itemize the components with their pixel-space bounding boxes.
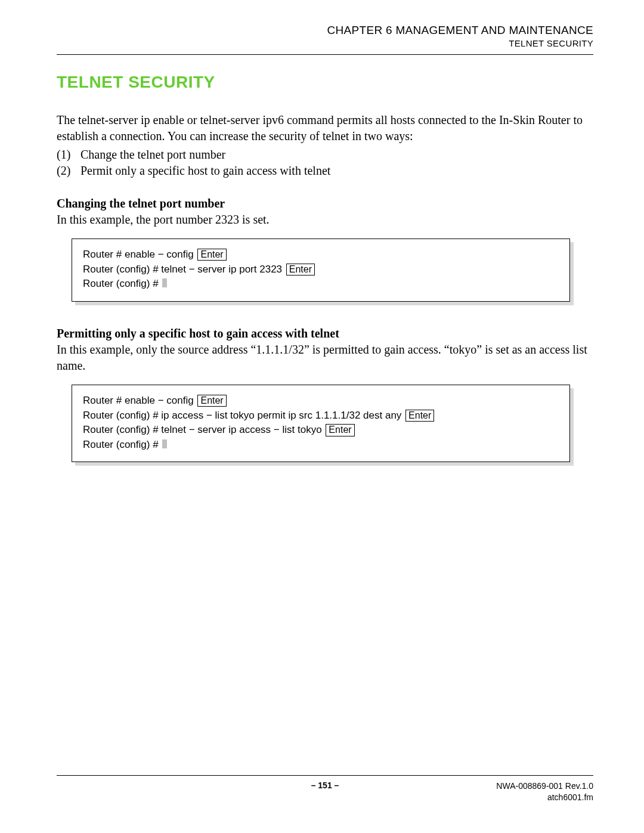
code-line: Router # enable − config Enter <box>83 394 559 408</box>
code-line: Router (config) # telnet − server ip por… <box>83 262 559 277</box>
code-line: Router (config) # <box>83 438 559 453</box>
code-box: Router # enable − config Enter Router (c… <box>72 239 570 302</box>
enter-key: Enter <box>286 264 315 275</box>
footer-right: NWA-008869-001 Rev.1.0 atch6001.fm <box>414 781 593 803</box>
code-line: Router # enable − config Enter <box>83 247 559 262</box>
intro-paragraph: The telnet-server ip enable or telnet-se… <box>57 112 593 144</box>
list-item: Permit only a specific host to gain acce… <box>57 163 593 179</box>
footer-row: – 151 – NWA-008869-001 Rev.1.0 atch6001.… <box>57 781 593 803</box>
subsection-text: In this example, the port number 2323 is… <box>57 212 593 228</box>
code-line: Router (config) # telnet − server ip acc… <box>83 423 559 438</box>
cursor-icon <box>162 278 167 287</box>
code-line: Router (config) # ip access − list tokyo… <box>83 408 559 423</box>
subsection-heading: Changing the telnet port number <box>57 197 593 210</box>
code-example-1: Router # enable − config Enter Router (c… <box>72 239 570 302</box>
enter-key: Enter <box>197 249 226 261</box>
header-rule <box>57 54 593 55</box>
code-box: Router # enable − config Enter Router (c… <box>72 385 570 463</box>
code-text: Router # enable − config <box>83 249 194 260</box>
enter-key: Enter <box>405 410 434 422</box>
running-header: CHAPTER 6 MANAGEMENT AND MAINTENANCE TEL… <box>57 24 593 48</box>
code-text: Router (config) # <box>83 278 159 289</box>
cursor-icon <box>162 439 167 448</box>
section-label: TELNET SECURITY <box>57 38 593 48</box>
enter-key: Enter <box>197 395 226 407</box>
chapter-label: CHAPTER 6 MANAGEMENT AND MAINTENANCE <box>57 24 593 37</box>
code-text: Router # enable − config <box>83 395 194 406</box>
list-item: Change the telnet port number <box>57 147 593 163</box>
code-text: Router (config) # ip access − list tokyo… <box>83 410 401 421</box>
security-methods-list: Change the telnet port number Permit onl… <box>57 147 593 179</box>
code-line: Router (config) # <box>83 277 559 292</box>
file-name: atch6001.fm <box>414 792 593 803</box>
page-content: CHAPTER 6 MANAGEMENT AND MAINTENANCE TEL… <box>0 0 644 462</box>
section-title: TELNET SECURITY <box>57 73 593 92</box>
page-footer: – 151 – NWA-008869-001 Rev.1.0 atch6001.… <box>57 775 593 803</box>
page-number: – 151 – <box>236 781 414 790</box>
code-text: Router (config) # telnet − server ip acc… <box>83 424 322 435</box>
code-example-2: Router # enable − config Enter Router (c… <box>72 385 570 463</box>
enter-key: Enter <box>326 424 354 436</box>
subsection-text: In this example, only the source address… <box>57 342 593 374</box>
doc-id: NWA-008869-001 Rev.1.0 <box>414 781 593 792</box>
code-text: Router (config) # <box>83 439 159 450</box>
code-text: Router (config) # telnet − server ip por… <box>83 264 282 275</box>
subsection-heading: Permitting only a specific host to gain … <box>57 327 593 340</box>
footer-rule <box>57 775 593 776</box>
